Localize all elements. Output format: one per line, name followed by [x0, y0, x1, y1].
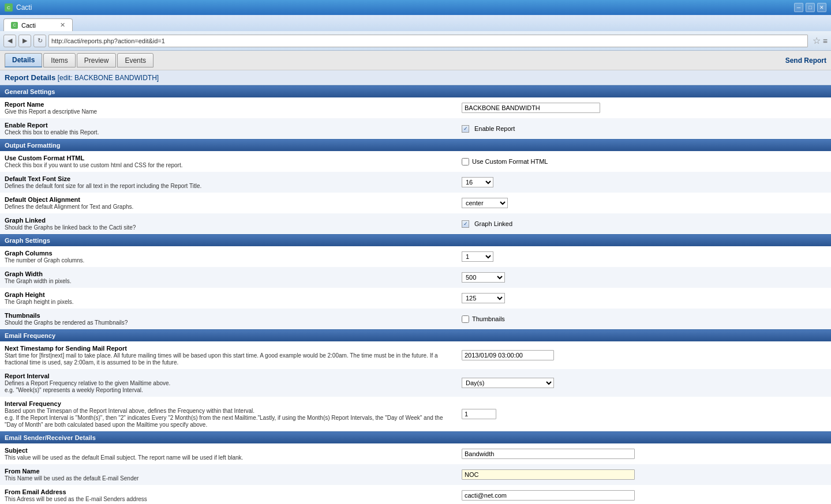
graph-width-select[interactable]: 100200300400500600700800 [462, 272, 505, 283]
window-controls[interactable]: ─ □ ✕ [794, 3, 826, 12]
tab-events[interactable]: Events [117, 53, 154, 67]
enable-report-label: Enable Report [5, 122, 452, 129]
table-row: Report Name Give this Report a descripti… [0, 97, 831, 118]
table-row: Graph Columns The number of Graph column… [0, 246, 831, 267]
subject-input[interactable] [462, 449, 635, 459]
graph-height-select[interactable]: 5075100125150175200250 [462, 293, 505, 303]
back-button[interactable]: ◀ [3, 35, 16, 47]
table-row: Default Text Font Size Defines the defau… [0, 172, 831, 193]
enable-report-checkbox-text: Enable Report [474, 125, 515, 132]
table-row: Report Interval Defines a Report Frequen… [0, 369, 831, 397]
graph-width-label: Graph Width [5, 270, 452, 277]
bookmark-icon[interactable]: ☆ [813, 35, 821, 46]
table-row: Subject This value will be used as the d… [0, 443, 831, 464]
from-name-input[interactable] [462, 469, 635, 480]
graph-linked-checkbox[interactable]: ✓ [462, 220, 469, 228]
send-report-button[interactable]: Send Report [785, 57, 826, 65]
enable-report-label-cell: Enable Report Check this box to enable t… [0, 118, 457, 139]
subject-input-cell [457, 443, 831, 464]
custom-format-checkbox[interactable] [462, 158, 469, 166]
alignment-label-cell: Default Object Alignment Defines the def… [0, 193, 457, 213]
page-title: Report Details [5, 73, 55, 82]
font-size-desc: Defines the default font size for all te… [5, 183, 201, 189]
report-interval-select[interactable]: Minute(s)Hour(s)Day(s)Week(s)Month(s) [462, 378, 554, 388]
tab-details[interactable]: Details [5, 53, 42, 67]
graph-columns-select[interactable]: 12345 [462, 251, 493, 262]
section-graph-settings: Graph Settings [0, 234, 831, 246]
tab-items[interactable]: Items [43, 53, 75, 67]
alignment-desc: Defines the default Alignment for Text a… [5, 204, 133, 210]
table-row: Interval Frequency Based upon the Timesp… [0, 397, 831, 431]
alignment-label: Default Object Alignment [5, 196, 452, 203]
alignment-select[interactable]: leftcenterright [462, 198, 508, 208]
thumbnails-checkbox-text: Thumbnails [472, 315, 505, 322]
page-content: Details Items Preview Events Send Report… [0, 51, 831, 504]
table-row: Enable Report Check this box to enable t… [0, 118, 831, 139]
interval-frequency-input[interactable] [462, 409, 496, 419]
thumbnails-input-cell: Thumbnails [457, 309, 831, 329]
graph-linked-checkbox-label[interactable]: ✓ Graph Linked [462, 220, 826, 228]
graph-width-input-cell: 100200300400500600700800 [457, 267, 831, 288]
graph-settings-table: Graph Columns The number of Graph column… [0, 246, 831, 329]
thumbnails-checkbox-label[interactable]: Thumbnails [462, 315, 826, 323]
thumbnails-desc: Should the Graphs be rendered as Thumbna… [5, 319, 128, 326]
section-general-settings: General Settings [0, 85, 831, 97]
graph-linked-label: Graph Linked [5, 217, 452, 224]
address-bar[interactable] [48, 35, 808, 47]
subject-label: Subject [5, 447, 452, 454]
tab-close-icon[interactable]: ✕ [60, 21, 65, 29]
table-row: Next Timestamp for Sending Mail Report S… [0, 341, 831, 369]
next-timestamp-label: Next Timestamp for Sending Mail Report [5, 345, 452, 352]
from-email-input-cell [457, 485, 831, 504]
report-name-desc: Give this Report a descriptive Name [5, 108, 97, 115]
report-name-input[interactable] [462, 103, 600, 113]
from-email-input[interactable] [462, 490, 635, 501]
from-email-label: From Email Address [5, 488, 452, 495]
thumbnails-label: Thumbnails [5, 312, 452, 319]
tab-bar: C Cacti ✕ [0, 15, 831, 31]
custom-format-checkbox-label[interactable]: Use Custom Format HTML [462, 158, 826, 166]
graph-cols-desc: The number of Graph columns. [5, 257, 84, 264]
table-row: Graph Width The Graph width in pixels. 1… [0, 267, 831, 288]
section-output-formatting: Output Formatting [0, 139, 831, 151]
from-name-input-cell [457, 464, 831, 485]
browser-tab[interactable]: C Cacti ✕ [3, 18, 73, 31]
interval-freq-label: Interval Frequency [5, 400, 452, 407]
graph-height-desc: The Graph height in pixels. [5, 299, 74, 305]
close-button[interactable]: ✕ [817, 3, 826, 12]
page-subtitle: [edit: BACKBONE BANDWIDTH] [58, 74, 159, 82]
font-size-label-cell: Default Text Font Size Defines the defau… [0, 172, 457, 193]
font-size-label: Default Text Font Size [5, 175, 452, 182]
custom-format-label: Use Custom Format HTML [5, 155, 452, 161]
report-tabs: Details Items Preview Events [5, 53, 154, 67]
next-timestamp-input-cell [457, 341, 831, 369]
menu-icon[interactable]: ≡ [823, 36, 828, 46]
from-name-label: From Name [5, 468, 452, 475]
reload-button[interactable]: ↻ [33, 35, 46, 47]
report-name-input-cell [457, 97, 831, 118]
font-size-select[interactable]: 810121416182024 [462, 177, 493, 187]
tab-label: Cacti [21, 22, 36, 29]
report-name-label-cell: Report Name Give this Report a descripti… [0, 97, 457, 118]
tab-preview[interactable]: Preview [77, 53, 117, 67]
custom-format-input-cell: Use Custom Format HTML [457, 151, 831, 172]
custom-format-desc: Check this box if you want to use custom… [5, 162, 182, 168]
table-row: Graph Height The Graph height in pixels.… [0, 288, 831, 309]
page-title-bar: Report Details [edit: BACKBONE BANDWIDTH… [0, 70, 831, 85]
table-row: From Email Address This Adress will be u… [0, 485, 831, 504]
tab-favicon: C [11, 22, 18, 29]
maximize-button[interactable]: □ [806, 3, 815, 12]
subject-label-cell: Subject This value will be used as the d… [0, 443, 457, 464]
interval-freq-label-cell: Interval Frequency Based upon the Timesp… [0, 397, 457, 431]
forward-button[interactable]: ▶ [18, 35, 31, 47]
minimize-button[interactable]: ─ [794, 3, 803, 12]
enable-report-checkbox-label[interactable]: ✓ Enable Report [462, 125, 826, 133]
from-name-label-cell: From Name This Name will be used as the … [0, 464, 457, 485]
report-interval-desc: Defines a Report Frequency relative to t… [5, 380, 170, 393]
next-timestamp-desc: Start time for [first|next] mail to take… [5, 352, 439, 366]
next-timestamp-input[interactable] [462, 350, 554, 360]
enable-report-checkbox[interactable]: ✓ [462, 125, 469, 133]
thumbnails-checkbox[interactable] [462, 315, 469, 323]
browser-chrome: C Cacti ─ □ ✕ C Cacti ✕ ◀ ▶ ↻ ☆ ≡ [0, 0, 831, 51]
tab-title: Cacti [16, 3, 794, 12]
